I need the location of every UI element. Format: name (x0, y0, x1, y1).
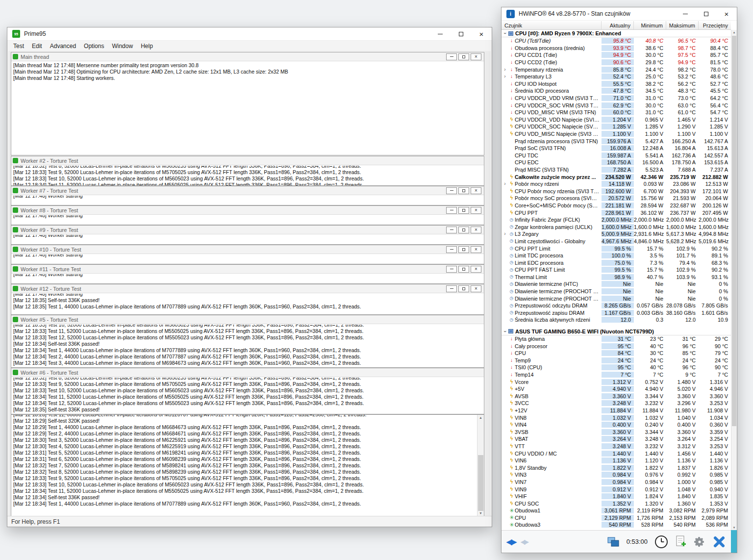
scroll-down-icon[interactable]: ▼ (477, 511, 484, 515)
sensor-row[interactable]: ›ϟPobór mocy rdzeni14.118 W0.093 W23.086… (502, 180, 731, 188)
sensor-row[interactable]: ϟ+12V11.884 V11.884 V11.980 V11.908 V (502, 407, 731, 414)
column-header-average[interactable]: Przeciętny (699, 21, 731, 29)
hwinfo-titlebar[interactable]: i HWiNFO® 64 v8.28-5770 - Stan czujników… (502, 7, 737, 21)
sensor-row[interactable]: ↓Temp924 °C24 °C24 °C24 °C (502, 357, 731, 364)
collapse-chevron-icon[interactable]: › (502, 328, 507, 335)
sensor-row[interactable]: ↓Cały procesor95 °C40 °C96 °C90 °C (502, 342, 731, 350)
sensor-row[interactable]: ↓CPU CCD1 (Tdie)94.9 °C30.0 °C97.5 °C85.… (502, 51, 731, 59)
sensor-row[interactable]: Prąd SoC (SVI3 TFN)16.008 A12.248 A16.80… (502, 145, 731, 152)
nav-arrows-disabled-button[interactable]: ◀▶ (521, 538, 527, 545)
sensor-row[interactable]: ϟCore+SoC+MISC Pobór mocy (SVI...221.181… (502, 202, 731, 209)
log-area[interactable]: [Mar 12 18:32] Test 8, 52000 Lucas-Lehme… (11, 166, 484, 185)
sensor-row[interactable]: ϟCałkowite zużycie mocy przez ...234.520… (502, 173, 731, 180)
child-close-button[interactable]: × (471, 207, 481, 214)
sensor-row[interactable]: ↓CPU VDDCR_SOC VRM (SVI3 TFN)62.9 °C30.0… (502, 102, 731, 109)
sensor-row[interactable]: ◷Dławienie termiczne (PROCHOT CP...NieNi… (502, 288, 731, 295)
log-area[interactable]: [Mar 12 18:28] Test 11, 60000 Lucas-Lehm… (11, 415, 484, 516)
sensor-row[interactable]: ϟVIN40.400 V0.240 V0.400 V0.360 V (502, 421, 731, 429)
child-window-worker-1[interactable]: [Mar 12 18:28] Test 11, 60000 Lucas-Lehm… (11, 414, 484, 516)
sensor-row[interactable]: ϟCPU VDD_MISC Napięcie (SVI3 TFN)1.100 V… (502, 130, 731, 138)
sensor-row[interactable]: ϟVIN90.912 V0.912 V1.048 V0.940 V (502, 485, 731, 493)
sensor-row[interactable]: CPU EDC168.750 A16.500 A178.750 A153.615… (502, 159, 731, 166)
log-area[interactable]: [Mar 12 17:48] Worker starting[Mar 12 18… (11, 294, 484, 314)
child-close-button[interactable]: × (471, 246, 481, 253)
minimize-button[interactable] (430, 27, 451, 40)
child-window-worker-6[interactable]: Worker #6 - Torture Test [Mar 12 18:32] … (11, 368, 484, 414)
close-sensors-button[interactable] (712, 535, 726, 549)
child-minimize-button[interactable] (446, 53, 457, 60)
sensor-row[interactable]: ϟVHIF1.840 V1.824 V1.840 V1.835 V (502, 493, 731, 500)
child-titlebar[interactable]: Main thread × (11, 52, 484, 61)
column-header-sensor[interactable]: Czujnik (502, 21, 602, 29)
log-area[interactable]: [Mar 12 17:48] Worker starting (11, 274, 484, 283)
child-close-button[interactable]: × (471, 187, 481, 194)
sensor-row[interactable]: ↓Średnia IOD procesora47.8 °C34.5 °C48.3… (502, 87, 731, 95)
log-area[interactable]: [Mar 12 18:32] Test 8, 52000 Lucas-Lehme… (11, 378, 484, 414)
child-window-worker-11[interactable]: Worker #11 - Torture Test × [Mar 12 17:4… (11, 264, 484, 284)
sensor-row[interactable]: CPU TDC159.987 A5.541 A162.736 A142.557 … (502, 152, 731, 159)
sensor-row[interactable]: ◷Limit częstotliwości - Globalny4,967.6 … (502, 238, 731, 245)
sensor-row[interactable]: ◷Dławienie termiczne (HTC)NieNieNie0 % (502, 280, 731, 288)
child-titlebar[interactable]: Worker #2 - Torture Test (11, 156, 484, 165)
sensor-row[interactable]: ϟVBAT3.264 V3.248 V3.264 V3.254 V (502, 435, 731, 443)
close-button[interactable]: × (471, 27, 492, 40)
sensor-row[interactable]: ↓CPU VDD_MISC VRM (SVI3 TFN)60.0 °C31.0 … (502, 109, 731, 116)
sensor-row[interactable]: ϟVcore1.312 V0.752 V1.480 V1.316 V (502, 378, 731, 385)
child-close-button[interactable]: × (471, 53, 481, 60)
sensor-row[interactable]: ϟVIN30.984 V0.976 V0.992 V0.985 V (502, 471, 731, 479)
sensor-group-header[interactable]: ›ASUS TUF GAMING B650-E WIFI (Nuvoton NC… (502, 328, 731, 335)
sensor-row[interactable]: ↓CPU VDDCR_VDD VRM (SVI3 TFN)71.0 °C31.0… (502, 95, 731, 102)
child-window-main-thread[interactable]: Main thread × [Main thread Mar 12 17:48]… (11, 52, 484, 155)
expander-icon[interactable]: › (502, 231, 508, 236)
child-minimize-button[interactable] (446, 266, 457, 273)
menu-options[interactable]: Options (80, 42, 108, 50)
child-restore-button[interactable] (458, 207, 469, 214)
sensor-row[interactable]: ↓CPU CCD2 (Tdie)90.6 °C29.8 °C94.9 °C81.… (502, 59, 731, 66)
sensor-row[interactable]: Prąd MISC (SVI3 TFN)7.282 A5.523 A7.688 … (502, 166, 731, 174)
sensor-row[interactable]: ϟVIN81.032 V1.032 V1.040 V1.034 V (502, 414, 731, 421)
sensor-row[interactable]: ◷Limit TDC procesora100.0 %3.5 %101.7 %8… (502, 252, 731, 259)
child-restore-button[interactable] (458, 266, 469, 273)
child-titlebar[interactable]: Worker #8 - Torture Test × (11, 206, 484, 215)
menu-advanced[interactable]: Advanced (46, 42, 80, 50)
menu-help[interactable]: Help (137, 42, 157, 50)
minimize-button[interactable] (675, 7, 696, 20)
sensor-row[interactable]: ✳Obudowa3540 RPM528 RPM540 RPM536 RPM (502, 521, 731, 529)
child-restore-button[interactable] (458, 246, 469, 253)
sensor-row[interactable]: ◷Średnia liczba aktywnych rdzeni12.00.31… (502, 316, 731, 324)
scroll-up-icon[interactable]: ▲ (477, 416, 484, 419)
child-window-worker-5[interactable]: Worker #5 - Torture Test [Mar 12 18:33] … (11, 315, 484, 368)
log-area[interactable]: [Mar 12 17:48] Worker starting (11, 255, 484, 264)
child-titlebar[interactable]: Worker #11 - Torture Test × (11, 265, 484, 274)
sensor-row[interactable]: ϟAVSB3.360 V3.344 V3.360 V3.360 V (502, 393, 731, 400)
scroll-down-icon[interactable]: ▼ (731, 526, 737, 529)
sensor-row[interactable]: ϟCPU VDDCR_VDD Napięcie (SVI3 TFN)1.204 … (502, 116, 731, 124)
sensor-row[interactable]: ◷Dławienie termiczne (PROCHOT EXT)NieNie… (502, 295, 731, 302)
expander-icon[interactable]: › (502, 67, 508, 72)
resize-grip[interactable] (731, 530, 737, 553)
child-minimize-button[interactable] (446, 207, 457, 214)
sensor-row[interactable]: ◷Infinity Fabric Zegar (FCLK)2,000.0 MHz… (502, 216, 731, 224)
collapse-chevron-icon[interactable]: › (502, 30, 507, 37)
sensor-row[interactable]: ↓CPU IOD Hotspot55.5 °C38.2 °C56.2 °C52.… (502, 80, 731, 88)
child-close-button[interactable]: × (471, 266, 481, 273)
child-restore-button[interactable] (458, 285, 469, 292)
child-titlebar[interactable]: Worker #5 - Torture Test (11, 315, 484, 324)
sensor-row[interactable]: ›↓Temperatury L352.4 °C25.0 °C53.2 °C48.… (502, 73, 731, 80)
child-restore-button[interactable] (458, 53, 469, 60)
menu-test[interactable]: Test (9, 42, 28, 50)
sensor-row[interactable]: ↓CPU (Tctl/Tdie)95.8 °C40.8 °C96.5 °C90.… (502, 37, 731, 45)
menu-edit[interactable]: Edit (28, 42, 46, 50)
child-window-worker-8[interactable]: Worker #8 - Torture Test × [Mar 12 17:48… (11, 205, 484, 225)
sensor-row[interactable]: ✳Obudowa13,061 RPM2,119 RPM3,082 RPM2,97… (502, 507, 731, 514)
log-area[interactable]: [Mar 12 17:48] Worker starting (11, 235, 484, 244)
sensor-row[interactable]: ◷Thermal Limit98.9 %40.7 %103.9 %93.1 % (502, 274, 731, 281)
log-scrollbar[interactable]: ▲ ▼ (477, 415, 484, 516)
sensor-row[interactable]: ›↓Temperatury rdzenia85.8 °C24.4 °C98.2 … (502, 66, 731, 73)
child-titlebar[interactable]: Worker #6 - Torture Test (11, 368, 484, 377)
sensor-row[interactable]: ϟCPU SOC1.352 V1.320 V1.360 V1.353 V (502, 500, 731, 507)
column-header-current[interactable]: Aktualny (602, 21, 634, 29)
log-area[interactable]: [Mar 12 18:33] Test 10, 52000 Lucas-Lehm… (11, 325, 484, 367)
sensor-row[interactable]: ϟ3VCC3.248 V3.232 V3.296 V3.253 V (502, 400, 731, 407)
sensor-row[interactable]: ϟVIN70.984 V0.984 V1.000 V0.985 V (502, 479, 731, 486)
